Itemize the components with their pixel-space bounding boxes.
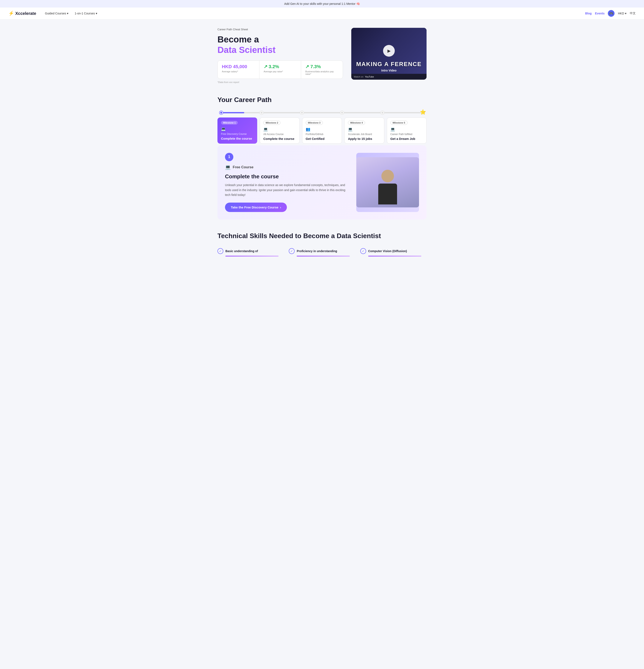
language-hkd-arrow: ▾ xyxy=(625,12,627,15)
progress-dot-5 xyxy=(381,111,384,114)
milestone-5-icon: 💻 xyxy=(390,127,423,131)
discord-button[interactable]: 🎮 xyxy=(608,10,615,17)
main-content: Career Path Cheat Sheet Become a Data Sc… xyxy=(209,19,435,265)
milestone-1-action: Complete the course xyxy=(221,137,254,140)
events-link[interactable]: Events xyxy=(595,12,605,15)
career-path-section: Your Career Path ⭐ Milestone 1 💻 xyxy=(217,96,427,219)
one-on-one-nav[interactable]: 1-on-1 Courses ▾ xyxy=(72,10,100,17)
milestone-1-badge: Milestone 1 xyxy=(221,121,238,125)
tech-item-2-header: ✓ Proficiency in understanding xyxy=(289,248,355,254)
detail-course-icon: 💻 xyxy=(225,165,231,170)
milestone-2-icon: 💻 xyxy=(263,127,296,131)
milestone-card-2[interactable]: Milestone 2 💻 All Access Course Complete… xyxy=(260,117,299,144)
check-icon-2: ✓ xyxy=(289,248,295,254)
watch-on-text: Watch on YouTube xyxy=(354,75,374,78)
milestone-4-icon: 💻 xyxy=(348,127,381,131)
detail-course-label: 💻 Free Course xyxy=(225,165,348,170)
milestone-4-action: Apply to 15 jobs xyxy=(348,137,381,141)
milestone-3-icon: 👥 xyxy=(306,127,338,131)
top-banner: Add Gen AI to your skills with your pers… xyxy=(0,0,644,8)
stat-salary-label: Average salary* xyxy=(222,70,255,73)
milestone-3-badge: Milestone 3 xyxy=(306,120,323,125)
tech-item-3-header: ✓ Computer Vision (Diffusion) xyxy=(360,248,427,254)
stat-pay-raise-value: ↗ 3.2% xyxy=(264,64,297,69)
detail-number: 1 xyxy=(225,153,233,161)
detail-title: Complete the course xyxy=(225,173,348,180)
language-cn-label: 中文 xyxy=(630,12,635,15)
progress-dot-1 xyxy=(219,111,223,114)
stat-pay-raise: ↗ 3.2% Average pay raise* xyxy=(259,61,301,79)
logo-text: Xccelerate xyxy=(15,11,36,16)
milestone-5-badge: Milestone 5 xyxy=(390,120,407,125)
one-on-one-label: 1-on-1 Courses xyxy=(75,12,95,15)
milestone-card-3[interactable]: Milestone 3 👥 Portfolio/GitHub Get Certi… xyxy=(302,117,342,144)
nav-links: Guided Courses ▾ 1-on-1 Courses ▾ xyxy=(42,10,585,17)
check-icon-3: ✓ xyxy=(360,248,366,254)
language-hkd-label: HKD xyxy=(618,12,624,15)
logo-icon: ⚡ xyxy=(9,11,14,16)
milestones-row: Milestone 1 💻 Free Discovery Course Comp… xyxy=(217,117,427,144)
video-container[interactable]: ⚡ Data Science and AI Machine Learning B… xyxy=(351,28,427,80)
progress-dot-2 xyxy=(260,111,263,114)
tech-item-3: ✓ Computer Vision (Diffusion) xyxy=(360,248,427,257)
data-note: *Data from xxx report xyxy=(217,81,343,83)
detail-course-name: Free Course xyxy=(233,165,254,169)
banner-text: Add Gen AI to your skills with your pers… xyxy=(284,2,360,5)
stats-box: HKD 45,000 Average salary* ↗ 3.2% Averag… xyxy=(217,60,343,79)
milestone-card-4[interactable]: Milestone 4 💻 Xccelerate Job Board Apply… xyxy=(344,117,384,144)
tech-item-1: ✓ Basic understanding of xyxy=(217,248,284,257)
milestone-1-course: Free Discovery Course xyxy=(221,132,254,136)
tech-section: Technical Skills Needed to Become a Data… xyxy=(217,232,427,257)
tech-section-title: Technical Skills Needed to Become a Data… xyxy=(217,232,427,240)
tech-label-1: Basic understanding of xyxy=(225,250,258,253)
cta-label: Take the Free Discovery Course xyxy=(231,205,278,209)
cta-button[interactable]: Take the Free Discovery Course › xyxy=(225,203,287,212)
progress-dots xyxy=(219,111,425,114)
language-selector-hkd[interactable]: HKD ▾ xyxy=(618,12,627,15)
play-button[interactable]: ▶ xyxy=(383,45,395,57)
person-head xyxy=(381,170,394,182)
video-overlay-text: MAKING A FERENCE xyxy=(351,61,427,68)
stat-analytics-raise: ↗ 7.3% Business/data analytics pay raise… xyxy=(301,61,343,79)
breadcrumb: Career Path Cheat Sheet xyxy=(217,28,343,31)
tech-item-1-header: ✓ Basic understanding of xyxy=(217,248,284,254)
detail-description: Unleash your potential in data science a… xyxy=(225,183,348,198)
milestone-4-badge: Milestone 4 xyxy=(348,120,365,125)
blog-link[interactable]: Blog xyxy=(585,12,591,15)
stat-salary: HKD 45,000 Average salary* xyxy=(218,61,259,79)
milestone-3-course: Portfolio/GitHub xyxy=(306,133,338,136)
logo[interactable]: ⚡ Xccelerate xyxy=(9,11,36,16)
person-torso xyxy=(378,184,397,204)
tech-label-2: Proficiency in understanding xyxy=(297,250,337,253)
detail-card: 1 💻 Free Course Complete the course Unle… xyxy=(217,145,427,219)
milestone-card-1[interactable]: Milestone 1 💻 Free Discovery Course Comp… xyxy=(217,117,257,144)
language-selector-cn[interactable]: 中文 xyxy=(630,12,635,15)
tech-grid: ✓ Basic understanding of ✓ Proficiency i… xyxy=(217,248,427,257)
stat-analytics-label: Business/data analytics pay raise* xyxy=(305,70,339,75)
progress-line: ⭐ xyxy=(219,112,425,113)
milestone-card-5[interactable]: Milestone 5 💻 Career Path fulfilled Get … xyxy=(387,117,427,144)
progress-dot-4 xyxy=(340,111,344,114)
stat-pay-raise-label: Average pay raise* xyxy=(264,70,297,73)
tech-bar-2 xyxy=(297,256,350,257)
detail-image xyxy=(356,153,419,212)
guided-courses-label: Guided Courses xyxy=(45,12,66,15)
milestone-5-course: Career Path fulfilled xyxy=(390,133,423,136)
progress-dot-3 xyxy=(300,111,304,114)
milestone-2-badge: Milestone 2 xyxy=(263,120,281,125)
video-thumb[interactable]: ▶ MAKING A FERENCE Intro Video xyxy=(351,28,427,74)
guided-courses-nav[interactable]: Guided Courses ▾ xyxy=(42,10,71,17)
tech-label-3: Computer Vision (Diffusion) xyxy=(368,250,407,253)
milestone-2-action: Complete the course xyxy=(263,137,296,141)
tech-bar-3 xyxy=(368,256,421,257)
nav-right: Blog Events 🎮 HKD ▾ 中文 xyxy=(585,10,635,17)
guided-courses-arrow: ▾ xyxy=(67,12,68,15)
hero-title-highlight: Data Scientist xyxy=(217,45,343,55)
hero-title-line1: Become a xyxy=(217,34,259,44)
progress-track: ⭐ xyxy=(217,112,427,113)
hero-section: Career Path Cheat Sheet Become a Data Sc… xyxy=(217,28,427,83)
hero-left: Career Path Cheat Sheet Become a Data Sc… xyxy=(217,28,343,83)
progress-star: ⭐ xyxy=(420,109,426,115)
stat-salary-value: HKD 45,000 xyxy=(222,64,255,69)
milestone-3-action: Get Certified xyxy=(306,137,338,141)
